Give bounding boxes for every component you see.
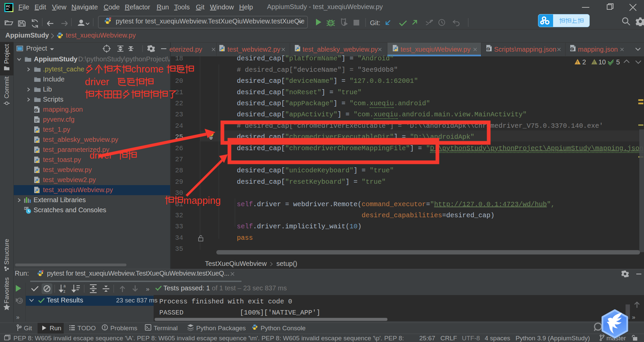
svg-text:chrome: chrome (131, 64, 164, 74)
svg-text:mapping: mapping (183, 195, 221, 206)
svg-text:driver: driver (85, 76, 109, 87)
svg-text:driver: driver (90, 151, 112, 161)
